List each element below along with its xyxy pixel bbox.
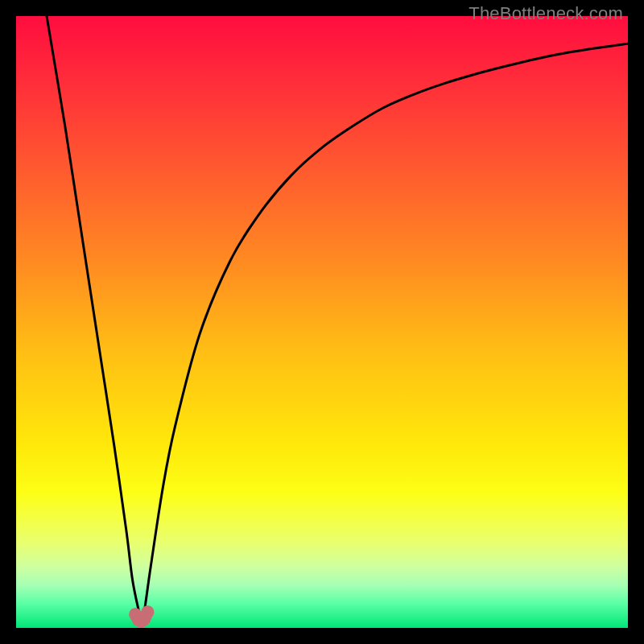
optimum-marker-dot bbox=[141, 605, 154, 618]
bottleneck-chart bbox=[16, 16, 628, 628]
chart-frame bbox=[16, 16, 628, 628]
watermark-text: TheBottleneck.com bbox=[469, 3, 623, 24]
gradient-background bbox=[16, 16, 628, 628]
optimum-marker-dot bbox=[129, 608, 142, 621]
